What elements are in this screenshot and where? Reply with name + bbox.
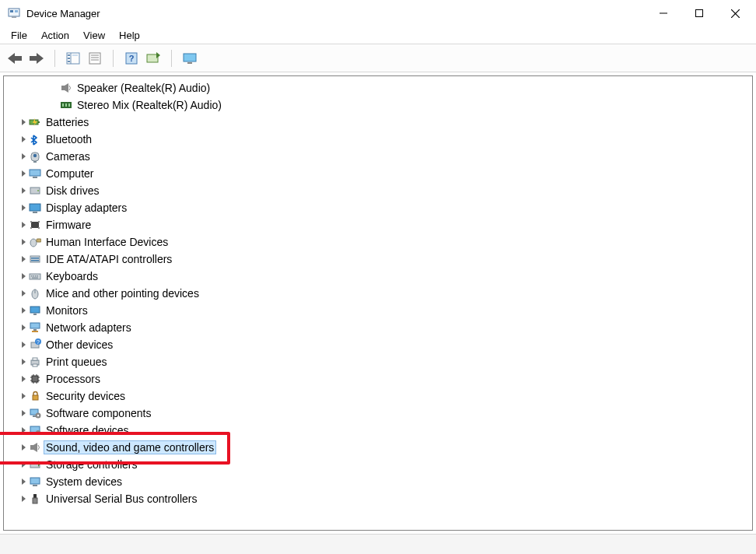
toolbar-forward-button[interactable] [26,48,47,68]
svg-rect-12 [68,54,70,56]
toolbar-back-button[interactable] [5,48,25,68]
category-label: Network adapters [46,321,131,334]
toolbar-properties-button[interactable] [85,48,105,68]
svg-marker-41 [22,170,26,177]
expand-icon[interactable] [18,216,29,233]
device-category[interactable]: Software devices [4,422,752,439]
toolbar-scan-button[interactable] [143,48,163,68]
toolbar: ? [0,44,756,72]
device-category[interactable]: Monitors [4,302,752,319]
svg-rect-29 [62,103,64,107]
device-category[interactable]: ?Other devices [4,336,752,353]
svg-rect-89 [32,376,38,382]
battery-icon [29,116,41,128]
device-leaf[interactable]: Speaker (Realtek(R) Audio) [4,79,752,96]
expand-icon[interactable] [18,387,29,405]
expand-icon[interactable] [18,233,29,251]
toolbar-remote-button[interactable] [180,48,200,68]
device-category[interactable]: Batteries [4,114,752,131]
device-category[interactable]: Storage controllers [4,456,752,473]
expand-icon[interactable] [18,182,29,199]
menu-action[interactable]: Action [35,28,75,43]
expand-icon[interactable] [18,456,29,473]
category-label: Security devices [46,390,125,402]
toolbar-help-button[interactable]: ? [121,48,142,68]
device-category[interactable]: Network adapters [4,319,752,336]
category-label: Mice and other pointing devices [46,287,199,300]
svg-rect-78 [33,329,37,331]
expand-icon[interactable] [18,165,29,182]
svg-rect-86 [33,358,37,360]
expand-icon[interactable] [18,336,29,353]
svg-rect-3 [12,16,16,18]
expand-icon[interactable] [18,439,29,456]
svg-marker-117 [22,479,26,485]
device-category[interactable]: Display adapters [4,199,752,216]
device-category[interactable]: Cameras [4,148,752,165]
device-category[interactable]: Computer [4,165,752,182]
menu-file[interactable]: File [5,28,33,43]
svg-marker-100 [22,410,26,416]
maximize-button[interactable] [681,0,717,26]
svg-rect-74 [30,307,40,313]
svg-rect-77 [30,323,40,328]
expand-icon[interactable] [18,490,29,507]
expand-icon[interactable] [18,302,29,319]
menu-view[interactable]: View [77,28,111,43]
svg-rect-24 [184,54,196,61]
svg-marker-120 [22,496,26,502]
usb-icon [29,493,41,505]
device-category[interactable]: Print queues [4,353,752,370]
device-tree[interactable]: Speaker (Realtek(R) Audio)Stereo Mix (Re… [4,76,752,530]
device-leaf[interactable]: Stereo Mix (Realtek(R) Audio) [4,96,752,114]
svg-rect-51 [31,222,39,228]
device-category[interactable]: Firmware [4,216,752,233]
expand-icon[interactable] [18,114,29,131]
cpu-icon [29,373,41,385]
expand-icon[interactable] [18,285,29,302]
device-category[interactable]: Disk drives [4,182,752,199]
expand-icon[interactable] [18,353,29,370]
svg-rect-62 [31,260,39,261]
camera-icon [29,150,41,163]
expand-icon[interactable] [18,251,29,268]
expand-icon[interactable] [18,131,29,148]
expand-icon[interactable] [18,148,29,165]
expand-icon[interactable] [18,405,29,422]
expand-icon[interactable] [18,473,29,490]
svg-rect-68 [37,275,39,277]
menu-help[interactable]: Help [113,28,146,43]
svg-marker-32 [22,119,26,125]
device-category[interactable]: Software components [4,405,752,422]
svg-rect-121 [33,494,37,498]
category-label: Display adapters [46,202,127,214]
device-category[interactable]: Sound, video and game controllers [4,439,752,456]
expand-icon[interactable] [18,319,29,336]
toolbar-tree-button[interactable] [63,48,83,68]
device-label: Stereo Mix (Realtek(R) Audio) [77,99,222,111]
expand-icon[interactable] [18,199,29,216]
device-category[interactable]: Bluetooth [4,131,752,148]
svg-rect-25 [187,62,192,64]
svg-rect-42 [30,170,40,176]
menubar: File Action View Help [0,26,756,44]
minimize-button[interactable] [646,0,681,26]
device-category[interactable]: Mice and other pointing devices [4,285,752,302]
expand-icon[interactable] [18,268,29,285]
device-category[interactable]: Human Interface Devices [4,233,752,251]
svg-rect-1 [10,10,13,12]
expand-icon[interactable] [18,422,29,439]
device-category[interactable]: IDE ATA/ATAPI controllers [4,251,752,268]
device-category[interactable]: Keyboards [4,268,752,285]
svg-marker-8 [8,53,22,64]
device-category[interactable]: Processors [4,370,752,387]
device-category[interactable]: Security devices [4,387,752,405]
svg-rect-52 [30,221,32,223]
svg-rect-48 [30,204,40,211]
close-button[interactable] [717,0,753,26]
expand-icon[interactable] [18,370,29,387]
device-label: Speaker (Realtek(R) Audio) [77,82,210,94]
device-category[interactable]: Universal Serial Bus controllers [4,490,752,507]
device-category[interactable]: System devices [4,473,752,490]
properties-icon [89,52,101,65]
